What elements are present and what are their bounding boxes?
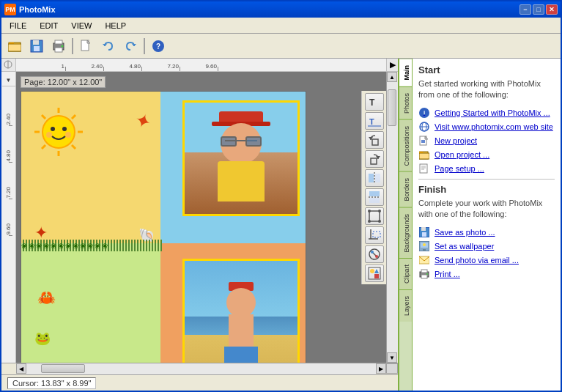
top-ruler-row: 1 2.40 4.80 7.20 9.60 ▶ (1, 59, 398, 72)
svg-rect-38 (371, 158, 377, 164)
link-getting-started-label: Getting Started with PhotoMix ... (435, 108, 550, 117)
tab-clipart[interactable]: Clipart (399, 258, 412, 289)
svg-rect-36 (372, 139, 378, 145)
menu-edit[interactable]: EDIT (33, 19, 64, 32)
link-open-project[interactable]: Open project ... (418, 149, 555, 160)
app-window: PM PhotoMix − □ ✕ FILE EDIT VIEW HELP (0, 0, 562, 392)
svg-rect-39 (369, 174, 374, 182)
start-section: Start Get started working with PhotoMix … (418, 64, 555, 174)
toolbar-undo-btn[interactable] (98, 37, 119, 56)
svg-line-24 (72, 115, 75, 119)
svg-point-56 (375, 255, 378, 258)
vertical-ruler: ▼ 2.40 4.80 7.20 (1, 72, 16, 363)
svg-rect-2 (8, 44, 21, 51)
link-new-project[interactable]: New project (418, 135, 555, 147)
photo-2[interactable] (182, 259, 300, 363)
svg-point-48 (368, 220, 371, 223)
content-area: 1 2.40 4.80 7.20 9.60 ▶ ▼ 2 (1, 59, 561, 391)
rt-crop-btn[interactable] (365, 226, 384, 244)
status-bar: Cursor: 13.83" x 8.99" (1, 374, 398, 391)
svg-point-86 (426, 273, 428, 275)
ruler-top-arrow[interactable]: ▼ (2, 75, 15, 86)
scroll-corner (386, 363, 398, 374)
rt-rotate-right-btn[interactable] (365, 150, 384, 168)
tab-main[interactable]: Main (399, 59, 412, 86)
svg-text:T: T (369, 117, 374, 126)
rt-rotate-left-btn[interactable] (365, 131, 384, 149)
tab-layers[interactable]: Layers (399, 289, 412, 322)
svg-point-81 (423, 243, 426, 246)
tab-borders[interactable]: Borders (399, 171, 412, 207)
rt-adjust-btn[interactable] (365, 245, 384, 263)
rt-effects-btn[interactable] (365, 265, 384, 282)
rt-text2-btn[interactable]: T (365, 112, 384, 130)
toolbar-help-btn[interactable]: ? (148, 37, 169, 56)
svg-rect-52 (373, 232, 380, 237)
toolbar-print-btn[interactable] (48, 37, 69, 56)
photo-1[interactable] (182, 100, 300, 216)
tab-photos[interactable]: Photos (399, 86, 412, 119)
link-wallpaper[interactable]: Set as wallpaper (418, 240, 555, 252)
scroll-right-btn[interactable]: ▶ (376, 363, 386, 374)
menu-view[interactable]: VIEW (64, 19, 98, 32)
link-save-photo-label: Save as photo ... (435, 228, 495, 237)
scroll-track-h (26, 363, 376, 374)
minimize-button[interactable]: − (520, 4, 531, 15)
svg-text:T: T (369, 97, 375, 108)
svg-line-25 (42, 145, 45, 149)
rt-flip-v-btn[interactable] (365, 188, 384, 206)
website-icon (418, 121, 430, 133)
svg-rect-40 (375, 174, 380, 182)
open-project-icon (418, 149, 430, 160)
v-ruler-mark-4: 9.60 (5, 199, 12, 236)
svg-line-23 (42, 115, 45, 119)
link-page-setup[interactable]: Page setup ... (418, 163, 555, 174)
svg-point-58 (370, 269, 374, 273)
toolbar-new-btn[interactable] (76, 37, 97, 56)
email-icon (418, 254, 430, 266)
title-bar: PM PhotoMix − □ ✕ (1, 1, 561, 18)
close-button[interactable]: ✕ (546, 4, 558, 15)
scroll-down-btn[interactable]: ▼ (387, 352, 397, 363)
shell-2: 🐚 (142, 362, 157, 363)
scrapbook-page[interactable]: ✦ ✦ 🐚 ❀❀❀❀❀❀❀❀❀❀❀❀ 🦀 🐸 (21, 91, 306, 363)
link-open-project-label: Open project ... (435, 150, 489, 159)
svg-rect-84 (421, 270, 427, 273)
right-panel: Main Photos Compositions Borders Backgro… (398, 59, 561, 391)
svg-rect-70 (419, 153, 429, 159)
link-email[interactable]: Send photo via email ... (418, 254, 555, 266)
svg-rect-8 (55, 48, 62, 52)
scroll-up-btn[interactable]: ▲ (387, 72, 397, 82)
toolbar-redo-btn[interactable] (120, 37, 141, 56)
scroll-thumb-v[interactable] (388, 89, 396, 126)
scroll-left-btn[interactable]: ◀ (16, 363, 26, 374)
tab-backgrounds[interactable]: Backgrounds (399, 207, 412, 259)
rt-flip-h-btn[interactable] (365, 169, 384, 187)
page-label: Page: 12.00" x 12.00" (21, 76, 106, 88)
link-getting-started[interactable]: i Getting Started with PhotoMix ... (418, 107, 555, 119)
link-print[interactable]: Print ... (418, 268, 555, 280)
svg-rect-45 (369, 211, 380, 221)
v-ruler-mark-1: 2.40 (5, 89, 12, 126)
menu-help[interactable]: HELP (98, 19, 133, 32)
ruler-mark-3: 4.80 (104, 63, 142, 71)
canvas-area[interactable]: Page: 12.00" x 12.00" (16, 72, 386, 363)
start-title: Start (418, 64, 555, 75)
menu-file[interactable]: FILE (3, 19, 33, 32)
rt-resize-btn[interactable] (365, 207, 384, 225)
finish-section: Finish Complete your work with PhotoMix … (418, 184, 555, 280)
page-setup-icon (418, 163, 430, 174)
rt-text-btn[interactable]: T (365, 93, 384, 111)
scroll-thumb-h[interactable] (41, 364, 85, 373)
vertical-scrollbar[interactable]: ▲ ▼ (386, 72, 398, 363)
cursor-status: Cursor: 13.83" x 8.99" (7, 377, 96, 389)
link-website[interactable]: Visit www.photomix.com web site (418, 121, 555, 133)
toolbar-save-btn[interactable] (26, 37, 47, 56)
toolbar-open-btn[interactable] (4, 37, 25, 56)
tab-compositions[interactable]: Compositions (399, 119, 412, 172)
svg-point-55 (371, 251, 374, 254)
link-save-photo[interactable]: Save as photo ... (418, 226, 555, 238)
link-wallpaper-label: Set as wallpaper (435, 242, 494, 251)
ruler-right-arrow[interactable]: ▶ (386, 59, 398, 72)
maximize-button[interactable]: □ (533, 4, 544, 15)
